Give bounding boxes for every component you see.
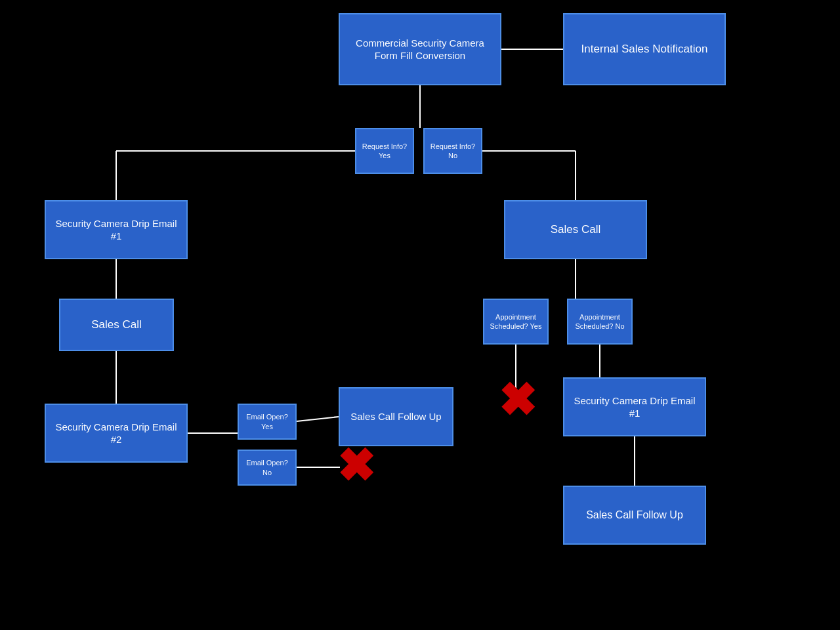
internal-sales-node: Internal Sales Notification xyxy=(563,13,726,85)
security-drip1-right-node: Security Camera Drip Email #1 xyxy=(563,377,706,436)
appt-scheduled-no-node: Appointment Scheduled? No xyxy=(567,299,633,345)
security-drip1-left-node: Security Camera Drip Email #1 xyxy=(45,200,188,259)
x-mark-right: ✖ xyxy=(491,374,543,427)
commercial-node: Commercial Security Camera Form Fill Con… xyxy=(339,13,501,85)
request-info-no-node: Request Info? No xyxy=(423,128,482,174)
appt-scheduled-yes-node: Appointment Scheduled? Yes xyxy=(483,299,549,345)
svg-line-9 xyxy=(297,417,339,421)
sales-call-left-node: Sales Call xyxy=(59,299,174,351)
sales-call-followup-left-node: Sales Call Follow Up xyxy=(339,387,453,446)
flowchart: Commercial Security Camera Form Fill Con… xyxy=(0,0,840,630)
sales-call-right-node: Sales Call xyxy=(504,200,647,259)
security-drip2-node: Security Camera Drip Email #2 xyxy=(45,404,188,463)
x-mark-left: ✖ xyxy=(329,440,382,492)
request-info-yes-node: Request Info? Yes xyxy=(355,128,414,174)
email-open-yes-node: Email Open? Yes xyxy=(238,404,297,440)
email-open-no-node: Email Open? No xyxy=(238,450,297,486)
sales-call-followup-right-node: Sales Call Follow Up xyxy=(563,486,706,545)
